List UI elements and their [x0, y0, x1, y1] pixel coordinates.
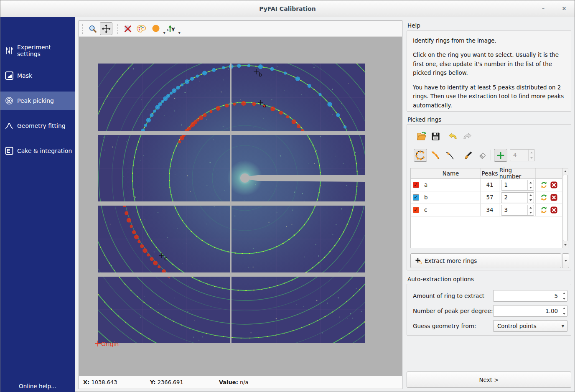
spin-up-button[interactable] — [561, 290, 567, 296]
sidebar-item-experiment-settings[interactable]: Experiment settings — [0, 41, 75, 60]
delete-ring-button[interactable] — [550, 194, 557, 201]
sidebar-item-geometry-fitting[interactable]: Geometry fitting — [0, 117, 75, 135]
spin-up-button[interactable] — [529, 150, 534, 155]
spin-up-button[interactable] — [528, 180, 534, 185]
sidebar-item-label: Cake & integration — [17, 148, 72, 154]
ring-visibility-checkbox[interactable]: ✓ — [413, 194, 419, 201]
next-button[interactable]: Next > — [407, 372, 571, 388]
plot-toolbar: ▼ a Y ▼ — [79, 21, 402, 37]
open-rings-button[interactable] — [415, 130, 427, 142]
online-help-link[interactable]: Online help... — [0, 383, 75, 389]
app-window: PyFAI Calibration – ✕ Experiment setting… — [0, 0, 575, 392]
sidebar-item-label: Peak picking — [17, 97, 54, 104]
new-ring-number-spinbox[interactable]: 4 — [510, 149, 535, 161]
extract-more-rings-button[interactable]: Extract more rings — [410, 253, 561, 268]
peaks-per-degree-spinbox[interactable]: 1.00 — [493, 305, 567, 317]
window-title: PyFAI Calibration — [0, 0, 575, 17]
spinbox-value: 5 — [494, 290, 561, 301]
peak-select-tool-button[interactable] — [443, 149, 456, 162]
colormap-tool-button[interactable] — [135, 22, 148, 35]
spin-down-button[interactable] — [528, 210, 534, 215]
spin-up-button[interactable] — [528, 205, 534, 210]
ring-name-cell: b — [421, 191, 481, 204]
spinbox-value: 2 — [501, 193, 527, 203]
spin-down-button[interactable] — [528, 185, 534, 190]
minimize-button[interactable]: – — [538, 4, 549, 14]
scrollbar-thumb[interactable] — [563, 175, 567, 241]
combobox-value: Control points — [494, 323, 559, 329]
toolbar-drag-handle[interactable] — [117, 24, 119, 34]
table-row: ✓ a 41 1 — [411, 179, 562, 191]
guess-geometry-combobox[interactable]: Control points ▼ — [493, 320, 567, 332]
spin-down-button[interactable] — [529, 155, 534, 161]
add-ring-toggle-button[interactable] — [494, 149, 507, 162]
zoom-tool-button[interactable] — [87, 22, 99, 35]
diffraction-image-canvas[interactable]: b a c Origin — [79, 37, 402, 376]
close-button[interactable]: ✕ — [559, 4, 570, 14]
ring-number-spinbox[interactable]: 3 — [501, 205, 534, 216]
sidebar-item-label: Experiment settings — [17, 44, 75, 57]
sidebar-item-mask[interactable]: Mask — [0, 66, 75, 85]
spin-down-button[interactable] — [561, 296, 567, 301]
ring-number-spinbox[interactable]: 1 — [501, 180, 534, 191]
mask-color-tool-button[interactable]: ▼ — [150, 22, 163, 35]
table-scrollbar[interactable] — [562, 168, 568, 248]
picked-rings-box: 4 Name Peaks Ring number ✓ a 41 1 — [407, 124, 571, 270]
ring-visibility-checkbox[interactable]: ✓ — [413, 207, 419, 213]
amount-of-rings-spinbox[interactable]: 5 — [493, 290, 567, 302]
peak-curve-icon — [5, 121, 14, 130]
svg-text:Y: Y — [171, 27, 175, 33]
next-button-label: Next > — [479, 377, 499, 383]
help-paragraph: Click on the ring you want to select. Us… — [413, 51, 565, 77]
sidebar-item-cake-integration[interactable]: Cake & integration — [0, 142, 75, 160]
auto-extraction-box: Amount of ring to extract 5 Number of pe… — [407, 284, 571, 336]
spin-down-button[interactable] — [528, 198, 534, 203]
spin-up-button[interactable] — [561, 305, 567, 311]
rings-icon — [5, 96, 14, 105]
ring-label-c: c — [164, 255, 167, 262]
origin-label: Origin — [101, 341, 119, 347]
extract-options-dropdown-button[interactable] — [562, 253, 569, 268]
spin-down-button[interactable] — [561, 311, 567, 316]
sliders-icon — [5, 46, 14, 55]
redo-arrow-icon — [462, 132, 472, 140]
arc-select-tool-button[interactable] — [429, 149, 442, 162]
svg-text:a: a — [167, 28, 168, 32]
refresh-ring-button[interactable] — [540, 194, 547, 201]
picked-rings-section-title: Picked rings — [407, 116, 441, 123]
ring-name-cell: a — [421, 179, 481, 191]
spin-up-button[interactable] — [528, 193, 534, 198]
single-peak-icon — [445, 150, 455, 160]
picked-rings-table: Name Peaks Ring number ✓ a 41 1 — [410, 168, 563, 248]
toolbar-separator — [444, 130, 444, 140]
sidebar: Experiment settings Mask Peak picking Ge… — [0, 17, 75, 392]
undo-button[interactable] — [447, 130, 459, 142]
plus-icon — [496, 151, 505, 160]
delete-ring-button[interactable] — [550, 181, 557, 188]
refresh-ring-button[interactable] — [540, 181, 547, 188]
save-rings-button[interactable] — [430, 130, 441, 142]
brush-tool-button[interactable] — [461, 149, 475, 162]
plus-ring-icon — [415, 257, 422, 264]
pan-tool-button[interactable] — [100, 22, 112, 35]
delete-ring-button[interactable] — [550, 206, 557, 214]
ring-visibility-checkbox[interactable]: ✓ — [413, 182, 419, 188]
toolbar-drag-handle[interactable] — [82, 24, 84, 34]
column-header-peaks: Peaks — [481, 168, 499, 178]
open-folder-icon — [416, 132, 427, 141]
spinbox-value: 4 — [510, 150, 528, 161]
palette-icon — [136, 25, 146, 33]
mask-icon — [5, 71, 14, 80]
eraser-tool-button[interactable] — [476, 149, 489, 162]
brush-icon — [463, 151, 473, 160]
toolbar-separator — [491, 150, 491, 160]
ring-number-spinbox[interactable]: 2 — [501, 192, 534, 203]
crosshair-tool-button[interactable] — [122, 22, 134, 35]
redo-button[interactable] — [461, 130, 473, 142]
ring-select-tool-button[interactable] — [414, 149, 427, 162]
refresh-ring-button[interactable] — [540, 206, 547, 214]
ring-label-a: a — [263, 102, 266, 109]
dropdown-arrow-icon — [565, 260, 567, 262]
sidebar-item-peak-picking[interactable]: Peak picking — [0, 92, 75, 110]
y-axis-orientation-button[interactable]: a Y ▼ — [165, 22, 178, 35]
